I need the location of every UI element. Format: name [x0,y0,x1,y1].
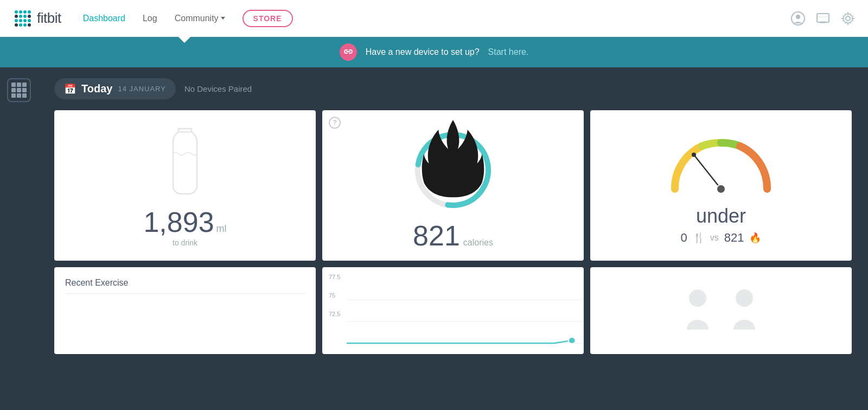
svg-point-1 [19,10,22,14]
svg-point-35 [736,289,753,307]
nav-dashboard[interactable]: Dashboard [83,14,125,23]
svg-point-9 [19,19,22,22]
water-value-display: 1,893 ml [143,208,226,236]
chart-y-label-top: 77.5 [329,274,340,280]
date-sub: 14 JANUARY [118,85,166,93]
svg-point-17 [796,15,800,19]
svg-point-6 [23,15,27,18]
logo-area: fitbit [13,9,61,28]
main-area: 📅 Today 14 JANUARY No Devices Paired 1,8… [0,67,868,410]
svg-point-33 [569,337,576,344]
calories-unit: calories [463,238,493,248]
svg-point-21 [846,16,850,21]
chart-y-label-mid: 75 [329,292,340,299]
calories-donut-chart [410,127,496,213]
logo-text: fitbit [37,10,61,27]
fitbit-logo-icon [13,9,33,28]
svg-point-7 [28,15,31,18]
svg-point-14 [23,23,27,27]
gauge-chart [659,127,783,197]
svg-point-3 [28,10,31,14]
bottom-card-grid: Recent Exercise 77.5 75 72.5 [54,267,852,354]
water-value: 1,893 [143,208,214,236]
date-picker[interactable]: 📅 Today 14 JANUARY [54,78,176,99]
friend-silhouette-left [684,286,722,335]
svg-point-5 [19,15,22,18]
weight-chart-card[interactable]: 77.5 75 72.5 [322,267,584,354]
svg-point-4 [15,15,18,18]
recent-exercise-card[interactable]: Recent Exercise [54,267,316,354]
svg-rect-18 [817,14,829,22]
burned-value: 821 [724,231,744,245]
top-navigation: fitbit Dashboard Log Community STORE [0,0,868,37]
svg-point-11 [28,19,31,22]
chart-y-axis: 77.5 75 72.5 [329,274,340,317]
water-label: to drink [173,238,197,247]
chevron-down-icon [221,17,225,20]
fire-icon: 🔥 [749,232,761,244]
settings-icon[interactable] [841,11,855,26]
vs-text: vs [710,233,719,243]
calories-value: 821 [413,222,460,250]
banner-text: Have a new device to set up? [366,47,480,57]
svg-point-2 [23,10,27,14]
chart-y-label-bot: 72.5 [329,311,340,317]
top-card-grid: 1,893 ml to drink ? [54,110,852,261]
svg-point-28 [717,185,725,193]
friends-card[interactable] [590,267,852,354]
svg-rect-20 [820,21,826,23]
nav-links: Dashboard Log Community STORE [83,10,791,27]
gauge-stats: 0 🍴 vs 821 🔥 [681,231,762,245]
weight-chart-line [347,289,584,354]
water-card[interactable]: 1,893 ml to drink [54,110,316,261]
svg-point-12 [15,23,18,27]
food-value: 0 [681,231,687,245]
link-icon [344,48,353,56]
utensil-icon: 🍴 [693,232,705,244]
messages-icon[interactable] [816,11,830,26]
grid-toggle-button[interactable] [7,78,31,102]
svg-point-15 [28,23,31,27]
today-label: Today [81,83,112,95]
svg-point-0 [15,10,18,14]
setup-banner: Have a new device to set up? Start here. [0,37,868,67]
svg-point-13 [19,23,22,27]
calorie-balance-card[interactable]: under 0 🍴 vs 821 🔥 [590,110,852,261]
banner-icon [340,43,357,61]
svg-point-34 [689,289,706,307]
nav-community[interactable]: Community [175,14,225,23]
calendar-icon: 📅 [64,83,76,95]
sidebar [0,67,38,410]
svg-line-27 [694,155,721,189]
friend-silhouette-right [720,286,758,335]
profile-icon[interactable] [791,11,805,26]
flame-icon [410,115,496,206]
help-icon[interactable]: ? [329,117,341,129]
water-unit: ml [216,223,227,235]
nav-right-icons [791,11,855,26]
svg-point-10 [23,19,27,22]
calories-value-display: 821 calories [413,222,493,250]
svg-point-29 [692,153,696,157]
calories-burned-card[interactable]: ? [322,110,584,261]
banner-link[interactable]: Start here. [488,47,529,57]
gauge-label: under [696,205,746,228]
grid-icon [11,83,27,98]
no-devices-label: No Devices Paired [184,84,252,93]
recent-exercise-title: Recent Exercise [65,278,305,294]
water-bottle-icon [163,127,207,197]
store-button[interactable]: STORE [242,10,293,27]
svg-point-8 [15,19,18,22]
nav-active-arrow [178,36,191,43]
date-bar: 📅 Today 14 JANUARY No Devices Paired [54,78,852,99]
nav-log[interactable]: Log [143,14,157,23]
dashboard-content: 📅 Today 14 JANUARY No Devices Paired 1,8… [38,67,868,410]
